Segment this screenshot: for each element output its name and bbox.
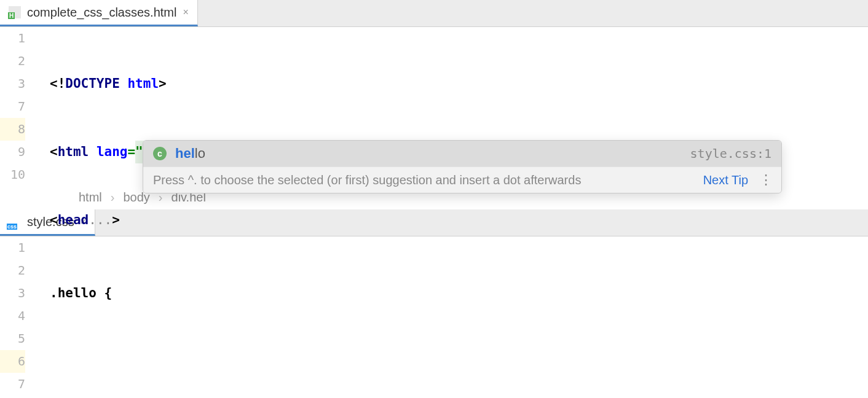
tab-filename: complete_css_classes.html [27, 6, 176, 20]
html-file-icon [9, 6, 21, 18]
code-line[interactable]: <!DOCTYPE html> [34, 72, 868, 95]
code-line[interactable]: <head...> [34, 209, 868, 232]
autocomplete-source: style.css:1 [690, 146, 771, 161]
line-number: 4 [0, 305, 25, 327]
line-number: 2 [0, 50, 25, 72]
code-line[interactable]: .hello { [34, 282, 868, 305]
line-number: 3 [0, 282, 25, 305]
line-number: 3 [0, 72, 25, 95]
line-number: 2 [0, 259, 25, 282]
tab-html-file[interactable]: complete_css_classes.html × [0, 0, 198, 26]
gutter-css: 1 2 3 4 5 6 7 [0, 236, 34, 398]
autocomplete-text: hello [175, 146, 205, 162]
line-number: 7 [0, 95, 25, 118]
tab-bar-html: complete_css_classes.html × [0, 0, 868, 27]
autocomplete-footer: Press ^. to choose the selected (or firs… [143, 166, 781, 193]
autocomplete-item[interactable]: c hello style.css:1 [143, 141, 781, 166]
line-number: 1 [0, 27, 25, 50]
code-line[interactable] [34, 350, 868, 373]
line-number: 10 [0, 163, 25, 186]
css-file-icon [9, 216, 21, 228]
class-icon: c [153, 147, 167, 160]
line-number: 1 [0, 236, 25, 259]
kebab-icon[interactable]: ⋮ [759, 172, 771, 188]
next-tip-link[interactable]: Next Tip [703, 173, 748, 187]
autocomplete-hint: Press ^. to choose the selected (or firs… [153, 173, 581, 187]
code-area-css[interactable]: .hello { } #world { } [34, 236, 868, 398]
gutter-html: 1 2 3 7 8 9 10 [0, 27, 34, 188]
line-number: 7 [0, 373, 25, 396]
autocomplete-popup: c hello style.css:1 Press ^. to choose t… [143, 140, 782, 193]
line-number: 8 [0, 118, 25, 141]
line-number: 5 [0, 327, 25, 350]
close-icon[interactable]: × [183, 7, 188, 18]
line-number: 9 [0, 141, 25, 163]
editor-css[interactable]: 1 2 3 4 5 6 7 .hello { } #world { } [0, 236, 868, 398]
line-number: 6 [0, 350, 25, 373]
